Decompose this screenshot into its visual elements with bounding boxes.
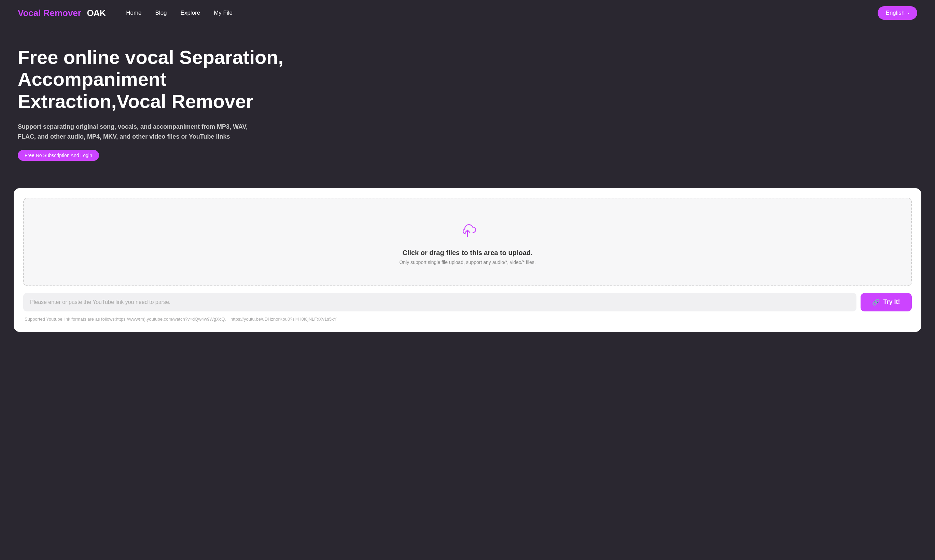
url-input-row: 🔗 Try It! <box>23 293 912 311</box>
language-button[interactable]: English › <box>878 6 917 20</box>
navbar: Vocal Remover OAK Home Blog Explore My F… <box>0 0 935 26</box>
upload-card: Click or drag files to this area to uplo… <box>14 188 921 332</box>
logo-oak: OAK <box>87 8 106 18</box>
nav-item-home[interactable]: Home <box>126 9 141 16</box>
cloud-upload-icon <box>457 219 478 242</box>
nav-item-explore[interactable]: Explore <box>181 9 200 16</box>
hero-section: Free online vocal Separation, Accompanim… <box>0 26 478 188</box>
nav-item-blog[interactable]: Blog <box>155 9 167 16</box>
link-icon: 🔗 <box>872 298 880 306</box>
chevron-right-icon: › <box>907 10 909 16</box>
nav-link-home[interactable]: Home <box>126 9 141 16</box>
logo-vocal: Vocal Remover <box>18 8 81 18</box>
nav-link-explore[interactable]: Explore <box>181 9 200 16</box>
nav-link-myfile[interactable]: My File <box>214 9 232 16</box>
logo[interactable]: Vocal Remover OAK <box>18 8 106 18</box>
hero-subtitle: Support separating original song, vocals… <box>18 122 257 142</box>
url-hint-text: Supported Youtube link formats are as fo… <box>23 316 912 322</box>
nav-links: Home Blog Explore My File <box>126 9 877 16</box>
drop-zone-subtitle: Only support single file upload, support… <box>399 260 535 265</box>
hero-title: Free online vocal Separation, Accompanim… <box>18 46 291 112</box>
nav-link-blog[interactable]: Blog <box>155 9 167 16</box>
drop-zone-title: Click or drag files to this area to uplo… <box>402 249 532 257</box>
nav-item-myfile[interactable]: My File <box>214 9 232 16</box>
free-badge: Free,No Subscription And Login <box>18 150 99 161</box>
try-it-button[interactable]: 🔗 Try It! <box>861 293 912 311</box>
drop-zone[interactable]: Click or drag files to this area to uplo… <box>23 198 912 286</box>
youtube-url-input[interactable] <box>23 293 857 311</box>
